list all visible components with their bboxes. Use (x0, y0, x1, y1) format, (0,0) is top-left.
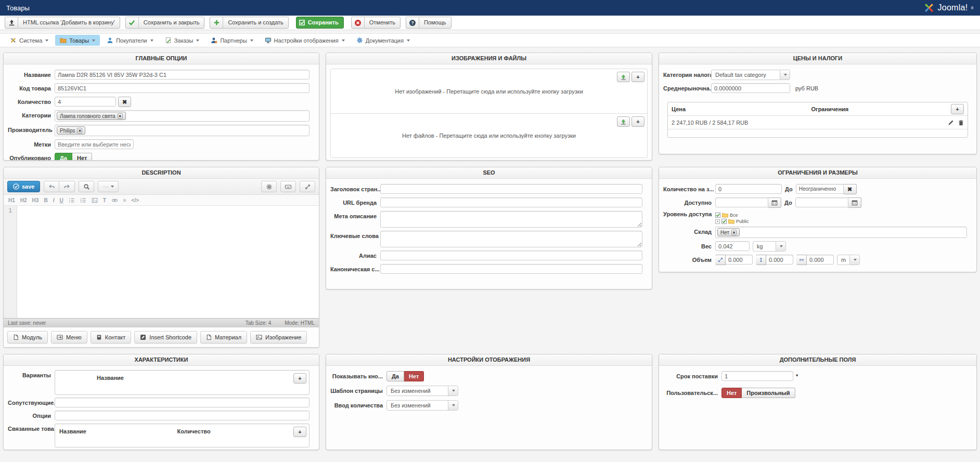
fullscreen-button[interactable] (300, 181, 315, 192)
alias-input[interactable] (380, 250, 642, 260)
editor-code-area[interactable]: 1 (4, 206, 319, 318)
volume-unit-select[interactable]: m (837, 255, 860, 265)
remove-manufacturer-icon[interactable]: ✖ (77, 128, 82, 134)
article-button[interactable]: Материал (200, 331, 247, 344)
save-new-button[interactable]: Сохранить и создать (210, 17, 288, 29)
edit-price-icon[interactable] (948, 120, 954, 126)
show-button-yes[interactable]: Да (386, 371, 404, 381)
published-no-button[interactable]: Нет (72, 153, 92, 161)
clear-max-qty-button[interactable]: ✖ (844, 184, 857, 194)
qty-per-order-label: Количество на з... (663, 184, 715, 194)
remove-category-icon[interactable]: ✖ (118, 113, 123, 119)
ordered-list-icon[interactable] (69, 197, 75, 203)
format-h3-button[interactable]: H3 (32, 197, 39, 203)
canonical-input[interactable] (380, 264, 642, 274)
add-price-button[interactable]: + (951, 104, 964, 114)
page-template-select[interactable]: Без изменений (386, 386, 458, 396)
keywords-textarea[interactable] (380, 231, 642, 247)
custom-any-button[interactable]: Произвольный (742, 388, 795, 398)
categories-field[interactable]: Лампа головного света ✖ (55, 110, 310, 122)
quantity-entry-select[interactable]: Без изменений (386, 400, 458, 411)
save-close-button[interactable]: Сохранить и закрыть (125, 17, 205, 29)
volume-width-input[interactable] (766, 255, 793, 265)
options-input[interactable] (55, 411, 310, 420)
cancel-button[interactable]: Отменить (351, 17, 401, 29)
module-button[interactable]: Модуль (7, 331, 48, 344)
calendar-from-button[interactable] (768, 197, 781, 208)
format-h2-button[interactable]: H2 (20, 197, 27, 203)
files-dropzone[interactable]: + Нет файлов - Перетащите сюда или испол… (331, 113, 647, 157)
search-button[interactable] (79, 181, 94, 192)
available-to-input[interactable] (795, 197, 848, 207)
menu-item-orders[interactable]: Заказы (160, 35, 204, 46)
format-h1-button[interactable]: H1 (8, 197, 15, 203)
msrp-input[interactable] (711, 83, 790, 93)
menu-item-partners[interactable]: Партнеры (206, 35, 257, 46)
code-text-area[interactable] (17, 206, 319, 318)
meta-description-textarea[interactable] (380, 211, 642, 228)
format-bold-button[interactable]: B (44, 197, 47, 203)
format-underline-button[interactable]: U (59, 197, 63, 203)
volume-height-input[interactable] (807, 255, 834, 265)
max-qty-input[interactable] (796, 184, 844, 194)
weight-unit-select[interactable]: kg (753, 241, 786, 252)
menu-button[interactable]: Меню (51, 331, 87, 344)
remove-stock-icon[interactable]: ✖ (731, 230, 737, 235)
related-accessories-input[interactable] (55, 398, 310, 407)
link-icon[interactable] (111, 197, 118, 203)
brand-url-input[interactable] (380, 197, 642, 207)
help-button[interactable]: ? Помощь (406, 17, 452, 29)
paragraph-icon[interactable]: T (103, 197, 106, 203)
checkbox-checked-icon[interactable] (721, 219, 727, 224)
add-related-product-button[interactable]: + (293, 427, 306, 437)
checkbox-checked-icon[interactable] (715, 213, 720, 218)
tree-expand-icon[interactable]: + (715, 219, 720, 224)
available-from-input[interactable] (715, 197, 768, 207)
editor-settings-button[interactable] (261, 181, 277, 192)
menu-item-products[interactable]: Товары (55, 35, 100, 46)
undo-button[interactable] (44, 181, 59, 192)
product-name-input[interactable] (55, 70, 310, 80)
show-button-no[interactable]: Нет (404, 371, 424, 381)
quantity-input[interactable] (55, 97, 116, 107)
insert-shortcode-button[interactable]: Insert Shortcode (134, 331, 197, 344)
menu-item-documentation[interactable]: Документация (352, 35, 415, 46)
contact-button[interactable]: Контакт (91, 331, 132, 344)
image-button[interactable]: Изображение (250, 331, 307, 344)
volume-length-input[interactable] (726, 255, 753, 265)
horizontal-rule-icon[interactable]: ≡ (123, 197, 126, 203)
delete-price-icon[interactable] (958, 120, 964, 126)
html-link-button[interactable]: HTML ссылка 'Добавить в корзину' (5, 17, 120, 29)
tax-category-select[interactable]: Default tax category (711, 70, 790, 80)
images-dropzone[interactable]: + Нет изображений - Перетащите сюда или … (331, 69, 647, 113)
upload-file-button[interactable] (617, 116, 630, 127)
save-button[interactable]: Сохранить (296, 17, 344, 29)
published-yes-button[interactable]: Да (55, 153, 72, 161)
add-image-button[interactable]: + (631, 72, 644, 82)
unordered-list-icon[interactable] (80, 197, 86, 203)
delivery-time-input[interactable] (721, 371, 793, 381)
code-view-icon[interactable]: </> (132, 197, 139, 203)
insert-image-icon[interactable] (92, 197, 98, 203)
clear-quantity-button[interactable]: ✖ (118, 97, 131, 107)
manufacturer-field[interactable]: Philips ✖ (55, 125, 310, 136)
custom-no-button[interactable]: Нет (721, 388, 742, 398)
keyboard-shortcuts-button[interactable] (280, 181, 296, 192)
format-italic-button[interactable]: I (53, 197, 55, 203)
stock-field[interactable]: Нет ✖ (715, 227, 967, 238)
min-qty-input[interactable] (715, 184, 782, 194)
menu-item-customers[interactable]: Покупатели (102, 35, 158, 46)
upload-image-button[interactable] (617, 72, 630, 82)
editor-save-button[interactable]: save (7, 181, 40, 192)
menu-item-display-settings[interactable]: Настройки отображения (260, 35, 350, 46)
redo-button[interactable] (59, 181, 75, 192)
add-file-button[interactable]: + (631, 116, 644, 127)
product-sku-input[interactable] (55, 83, 310, 93)
more-tools-button[interactable]: ··· (98, 181, 119, 192)
tags-input[interactable] (55, 139, 134, 149)
page-title-input[interactable] (380, 184, 642, 194)
add-variant-button[interactable]: + (293, 373, 306, 384)
weight-input[interactable] (715, 241, 750, 251)
menu-item-system[interactable]: Система (5, 35, 53, 46)
calendar-to-button[interactable] (848, 197, 861, 208)
